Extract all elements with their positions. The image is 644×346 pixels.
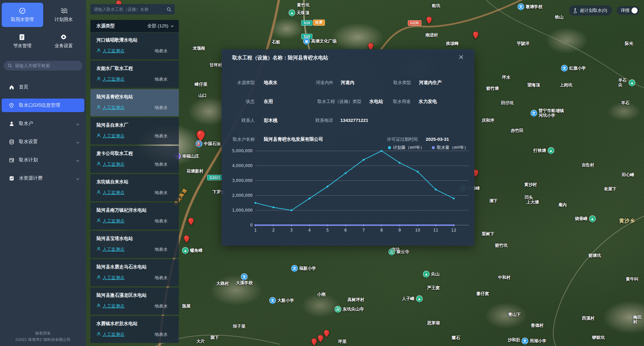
- poi-label: 天珠顶: [297, 10, 309, 15]
- legend-item[interactable]: 计划量（m³/年）: [388, 145, 424, 151]
- facility-list-item[interactable]: 陆河县自来水厂人工监测点地表水: [90, 117, 179, 144]
- manual-monitor-link[interactable]: 人工监测点: [96, 246, 124, 252]
- sidebar-item-2[interactable]: 取水口GIS信息管理: [2, 99, 84, 112]
- field-value: 在用: [264, 98, 273, 105]
- sidebar-item-5[interactable]: 取水计划: [2, 153, 84, 167]
- facility-list-item[interactable]: 陆河县水唇走马石水电站人工监测点地表水: [90, 259, 179, 286]
- intake-point-pin[interactable]: [318, 335, 324, 343]
- sidebar-search-input[interactable]: [15, 63, 72, 68]
- facility-search-input[interactable]: [94, 7, 167, 12]
- map-poi-marker[interactable]: 人子嶂▲: [402, 295, 423, 302]
- detail-toggle[interactable]: 详情: [617, 6, 639, 15]
- field-label: 水源类型: [184, 79, 255, 86]
- facility-list-item[interactable]: 麦卡公司取水工程人工监测点地表水: [90, 146, 179, 173]
- manual-monitor-link[interactable]: 人工监测点: [96, 48, 124, 54]
- map-poi-marker[interactable]: ▲尖山: [423, 271, 440, 277]
- water-source-type: 地表水: [155, 275, 168, 281]
- intake-point-pin[interactable]: [311, 338, 317, 346]
- map-poi-marker[interactable]: 文大溪学校: [236, 273, 253, 285]
- manual-monitor-link[interactable]: 人工监测点: [96, 161, 124, 167]
- intake-point-pin[interactable]: [426, 16, 432, 24]
- modal-title: 取水工程（设施）名称：陆河县青硿水电站: [232, 55, 328, 61]
- app-tile-4[interactable]: 业务设置: [43, 29, 85, 53]
- facility-list-item[interactable]: 友能水厂取水工程人工监测点地表水: [90, 61, 179, 88]
- facility-list-item[interactable]: 东坑镇自来水站人工监测点地表水: [90, 174, 179, 201]
- field-label: 河道内外: [262, 79, 333, 86]
- map-poi-marker[interactable]: 卍聚云寺: [388, 248, 409, 255]
- search-icon[interactable]: [167, 7, 171, 12]
- map-poi-marker[interactable]: 文福新小学: [291, 265, 316, 272]
- map-poi-marker[interactable]: ▲天珠顶: [288, 9, 309, 16]
- app-tile-3[interactable]: 节水管理: [2, 29, 43, 53]
- facility-list-item[interactable]: 水唇镇水栏肚水电站人工监测点地表水: [90, 316, 179, 343]
- field-label: 取水类型: [340, 79, 411, 86]
- map-poi-marker[interactable]: 文普宁市船埔镇 河坑小学: [531, 108, 564, 118]
- map-poi-marker[interactable]: 文红旗小学: [561, 65, 586, 72]
- over-plan-water-button[interactable]: 超计划取水(0): [569, 5, 612, 16]
- intake-point-pin[interactable]: [188, 217, 194, 225]
- filter-dropdown[interactable]: 全部 (125): [147, 23, 174, 29]
- map-place-label: 梨树下: [482, 232, 495, 236]
- facility-search[interactable]: [90, 4, 175, 15]
- manual-monitor-link[interactable]: 人工监测点: [96, 331, 124, 338]
- manual-monitor-link[interactable]: 人工监测点: [96, 76, 124, 82]
- facility-list-item[interactable]: 陆河县宝塔水电站人工监测点地表水: [90, 231, 179, 258]
- monitor-label: 人工监测点: [103, 105, 124, 111]
- map-place-label: 田仔坑: [501, 101, 514, 105]
- map-poi-marker[interactable]: 文用湖小学: [522, 338, 547, 344]
- chevron-down-icon: [170, 24, 174, 28]
- map-poi-marker[interactable]: 烧香嶂▲: [575, 215, 596, 222]
- svg-text:7: 7: [362, 228, 365, 233]
- chevron-down-icon: [76, 140, 80, 144]
- map-poi-marker[interactable]: 打铁塘▲: [533, 147, 554, 154]
- sidebar-item-1[interactable]: 首页: [2, 80, 84, 94]
- map-place-label: 上岗坑: [560, 83, 572, 87]
- facility-list-item[interactable]: 陆河县青硿水电站人工监测点地表水: [90, 89, 179, 116]
- intake-point-pin[interactable]: [473, 31, 479, 39]
- sidebar-item-6[interactable]: 水资源计费: [2, 171, 84, 185]
- facility-name: 陆河县自来水厂: [96, 122, 179, 128]
- facility-list-item[interactable]: 陆河县激石溪老区水电站人工监测点地表水: [90, 288, 179, 315]
- sidebar-search[interactable]: [4, 61, 82, 71]
- app-tile-1[interactable]: 取用水管理: [2, 3, 43, 27]
- poi-label: 红旗小学: [569, 66, 586, 71]
- building-icon: ▣: [303, 38, 310, 45]
- legend-item[interactable]: 取水量（m³/年）: [432, 145, 468, 151]
- toggle-knob: [632, 7, 638, 14]
- close-icon[interactable]: ✕: [457, 53, 465, 61]
- map-place-label: 西溪村: [582, 316, 595, 321]
- manual-monitor-link[interactable]: 人工监测点: [96, 105, 124, 111]
- map-poi-marker[interactable]: 卍东坑尖山寺: [335, 306, 364, 313]
- manual-monitor-link[interactable]: 人工监测点: [96, 133, 124, 139]
- copyright-line2: ©2021 珠海市仁智科技有限公司: [0, 337, 86, 343]
- intake-point-pin[interactable]: [184, 235, 190, 243]
- mountain-icon: ▲: [182, 247, 189, 254]
- map-poi-marker[interactable]: ▲螺角嶂: [182, 247, 203, 254]
- map-poi-marker[interactable]: 文墩塘学校: [517, 3, 542, 10]
- map-poi-marker[interactable]: ▣高塘文化广场: [303, 38, 337, 45]
- water-source-type: 地表水: [155, 48, 168, 54]
- school-icon: 文: [241, 273, 248, 280]
- mountain-icon: ▲: [416, 295, 423, 302]
- facility-list-item[interactable]: 陆河县南万镇杞洋水电站人工监测点地表水: [90, 203, 179, 230]
- map-place-label: 溜下: [489, 198, 498, 203]
- manual-monitor-link[interactable]: 人工监测点: [96, 303, 124, 309]
- app-tile-2[interactable]: 计划用水: [43, 3, 85, 27]
- facility-list-item[interactable]: 河口镇唱歌潭水电站人工监测点地表水: [90, 32, 179, 59]
- sidebar-item-4[interactable]: 取水设置: [2, 135, 84, 149]
- map-place-label: 梅田村: [633, 315, 644, 325]
- intake-point-pin[interactable]: [324, 329, 330, 338]
- field-value: 河道内生产: [419, 79, 442, 86]
- manual-monitor-link[interactable]: 人工监测点: [96, 190, 124, 196]
- water-source-type: 地表水: [155, 190, 168, 196]
- svg-text:1,000,000: 1,000,000: [232, 208, 253, 213]
- map-place-label: 大片: [196, 339, 205, 344]
- sidebar-item-3[interactable]: 取水户: [2, 117, 84, 130]
- field-value: 陆河县青硿水电发展有限公司: [264, 136, 323, 143]
- map-poi-marker[interactable]: 羊石尖▲: [618, 78, 636, 88]
- manual-monitor-link[interactable]: 人工监测点: [96, 218, 124, 224]
- copyright: 版权所有 ©2021 珠海市仁智科技有限公司: [0, 330, 86, 343]
- map-poi-marker[interactable]: 文大新小学: [269, 297, 294, 304]
- manual-monitor-link[interactable]: 人工监测点: [96, 275, 124, 281]
- poi-label: 人子嶂: [402, 296, 415, 301]
